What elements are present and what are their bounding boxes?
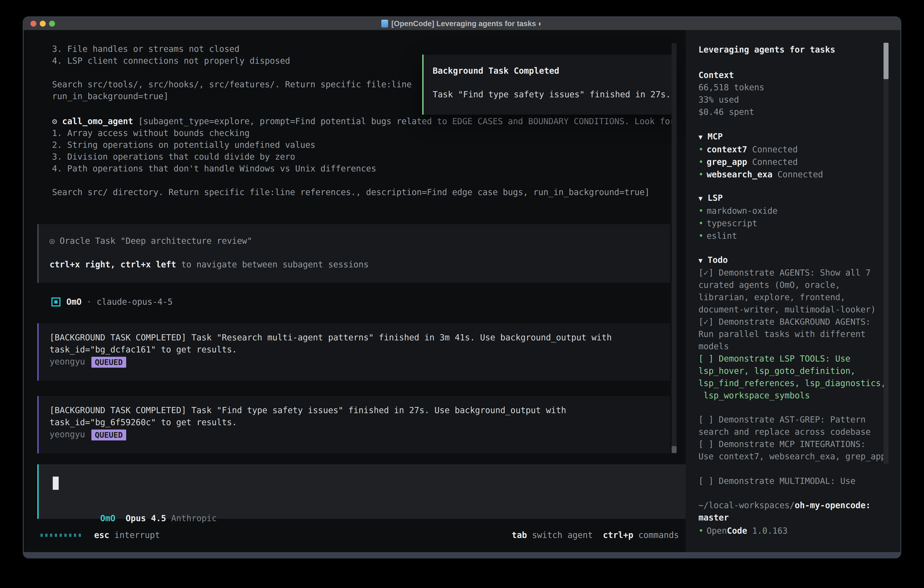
- context-used: 33% used: [698, 94, 880, 106]
- lsp-item-name: eslint: [707, 231, 737, 241]
- zoom-window-button[interactable]: [49, 21, 55, 26]
- main-scrollbar-track[interactable]: [672, 43, 676, 453]
- todo-line: models: [698, 340, 880, 353]
- app-name-dim: Open: [707, 526, 727, 536]
- message-meta: yeongyuQUEUED: [50, 356, 670, 368]
- context-block: Context 66,518 tokens 33% used $0.46 spe…: [698, 69, 880, 118]
- mcp-item: •websearch_exaConnected: [698, 168, 880, 181]
- lsp-section: ▼LSP •markdown-oxide •typescript •eslint: [698, 192, 880, 242]
- lsp-item: •eslint: [698, 230, 880, 242]
- tool-call-line: 3. Division operations that could divide…: [52, 151, 675, 163]
- prompt-input[interactable]: OmOOpus 4.5Anthropic: [37, 464, 686, 519]
- lsp-heading: LSP: [708, 193, 723, 203]
- lsp-item: •typescript: [698, 217, 880, 230]
- commands-label: commands: [639, 530, 679, 540]
- mcp-item-name: context7: [707, 145, 747, 154]
- message-line: task_id="bg_6f59260c" to get results.: [50, 416, 670, 428]
- agent-header: OmO · claude-opus-4-5: [51, 296, 173, 308]
- background-task-notification: Background Task Completed Task "Find typ…: [422, 55, 674, 115]
- shortcut-hints: tab switch agent ctrl+p commands: [512, 529, 679, 541]
- context-tokens: 66,518 tokens: [698, 81, 880, 94]
- mcp-item-status: Connected: [777, 170, 823, 179]
- bullet-icon: •: [698, 230, 707, 242]
- tool-call-line: 2. String operations on potentially unde…: [52, 139, 675, 151]
- spinner-dots: [40, 533, 81, 537]
- todo-line: librarian, explore, frontend,: [698, 291, 880, 304]
- todo-section-pending: [ ] Demonstrate AST-GREP: Pattern search…: [698, 414, 880, 463]
- tool-name: call_omo_agent: [62, 116, 133, 126]
- bullet-icon: •: [698, 156, 707, 168]
- todo-line-active: lsp_find_references, lsp_diagnostics,: [698, 377, 880, 390]
- workspace-path-prefix: ~/local-workspaces/: [698, 500, 795, 510]
- message-line: [BACKGROUND TASK COMPLETED] Task "Find t…: [50, 404, 670, 416]
- todo-line: [ ] Demonstrate MULTIMODAL: Use: [698, 475, 880, 487]
- todo-line: document-writer, multimodal-looker): [698, 304, 880, 316]
- input-provider-name: Anthropic: [171, 514, 217, 523]
- message-author: yeongyu: [50, 429, 85, 439]
- terminal-line: [52, 67, 412, 79]
- mcp-heading-row[interactable]: ▼MCP: [698, 130, 880, 143]
- session-sidebar: Leveraging agents for tasks Context 66,5…: [686, 30, 900, 552]
- bullet-icon: •: [698, 217, 707, 230]
- todo-line-active: [ ] Demonstrate LSP TOOLS: Use: [698, 353, 880, 365]
- oracle-icon: ◎: [50, 236, 54, 246]
- sidebar-scrollbar-track[interactable]: [884, 43, 889, 464]
- todo-line: [✓] Demonstrate AGENTS: Show all 7: [698, 267, 880, 279]
- app-version: 1.0.163: [752, 526, 787, 536]
- oracle-task-line: ◎ Oracle Task "Deep architecture review": [50, 235, 670, 247]
- app-version-row: •OpenCode1.0.163: [698, 525, 880, 537]
- status-badge: QUEUED: [91, 429, 126, 441]
- lsp-item-name: typescript: [707, 218, 757, 228]
- document-icon: [381, 20, 388, 28]
- mcp-item-status: Connected: [752, 157, 798, 167]
- workspace-block: ~/local-workspaces/oh-my-opencode: maste…: [698, 499, 880, 524]
- chevron-down-icon: ▼: [698, 131, 708, 143]
- todo-line: curated agents (OmO, oracle,: [698, 279, 880, 291]
- lsp-heading-row[interactable]: ▼LSP: [698, 192, 880, 205]
- notification-body: Task "Find type safety issues" finished …: [433, 89, 672, 101]
- window-title-group: [OpenCode] Leveraging agents for tasks ◐: [381, 19, 543, 28]
- todo-line-active: lsp_hover, lsp_goto_definition,: [698, 365, 880, 377]
- window-title: [OpenCode] Leveraging agents for tasks ◐: [391, 19, 543, 28]
- input-model-name: Opus 4.5: [126, 514, 166, 523]
- terminal-line: 4. LSP client connections not properly d…: [52, 55, 412, 67]
- context-heading: Context: [698, 69, 880, 81]
- app-name-bold: Code: [727, 526, 747, 536]
- message-meta: yeongyuQUEUED: [50, 428, 670, 441]
- main-scrollbar-thumb[interactable]: [672, 446, 676, 453]
- todo-line: search and replace across codebase: [698, 426, 880, 438]
- workspace-repo: oh-my-opencode:: [795, 500, 871, 510]
- mcp-heading: MCP: [708, 132, 723, 141]
- session-title-block: Leveraging agents for tasks: [698, 44, 880, 56]
- close-window-button[interactable]: [30, 21, 36, 26]
- mcp-section: ▼MCP •context7Connected •grep_appConnect…: [698, 130, 880, 181]
- mcp-item-status: Connected: [752, 145, 798, 154]
- esc-key-label: esc: [94, 530, 109, 540]
- lsp-item-name: markdown-oxide: [707, 206, 777, 216]
- todo-line: [✓] Demonstrate BACKGROUND AGENTS:: [698, 316, 880, 328]
- background-task-message: [BACKGROUND TASK COMPLETED] Task "Resear…: [37, 323, 670, 381]
- bullet-icon: •: [698, 205, 707, 217]
- minimize-window-button[interactable]: [40, 21, 46, 26]
- sidebar-scrollbar-thumb[interactable]: [884, 43, 889, 79]
- todo-heading-row[interactable]: ▼Todo: [698, 254, 880, 267]
- scrollback-block: 3. File handles or streams not closed 4.…: [52, 43, 412, 102]
- oracle-hint: to navigate between subagent sessions: [181, 260, 368, 269]
- tool-call-line: ⚙ call_omo_agent [subagent_type=explore,…: [52, 116, 675, 127]
- bullet-icon: •: [698, 168, 707, 181]
- notification-spacer: [433, 77, 672, 89]
- bullet-icon: •: [698, 143, 707, 156]
- bullet-icon: •: [698, 525, 707, 537]
- interrupt-label: interrupt: [114, 530, 160, 540]
- oracle-hint-line: ctrl+x right, ctrl+x left to navigate be…: [50, 259, 670, 271]
- todo-section: ▼Todo [✓] Demonstrate AGENTS: Show all 7…: [698, 254, 880, 402]
- notification-title: Background Task Completed: [433, 65, 672, 77]
- ctrlp-key-label: ctrl+p: [603, 530, 634, 540]
- agent-separator: ·: [87, 296, 92, 308]
- terminal-window: [OpenCode] Leveraging agents for tasks ◐…: [23, 17, 901, 558]
- agent-name: OmO: [66, 296, 82, 308]
- workspace-branch: master: [698, 512, 880, 524]
- todo-line: [ ] Demonstrate MCP INTEGRATIONS:: [698, 438, 880, 451]
- mcp-item-name: grep_app: [707, 157, 747, 167]
- terminal-line: Search src/tools/, src/hooks/, src/featu…: [52, 79, 412, 91]
